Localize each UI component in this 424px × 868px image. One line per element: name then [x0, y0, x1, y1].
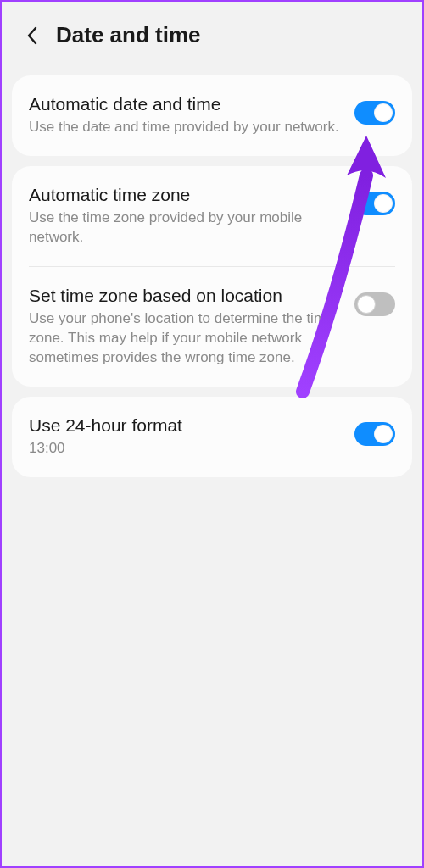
row-auto-timezone[interactable]: Automatic time zone Use the time zone pr… — [12, 166, 412, 266]
auto-timezone-title: Automatic time zone — [29, 185, 341, 205]
toggle-knob — [374, 425, 393, 443]
row-location-timezone[interactable]: Set time zone based on location Use your… — [12, 267, 412, 387]
auto-datetime-subtitle: Use the date and time provided by your n… — [29, 118, 341, 137]
row-text: Use 24-hour format 13:00 — [29, 415, 341, 459]
auto-datetime-title: Automatic date and time — [29, 94, 341, 114]
header: Date and time — [2, 2, 422, 65]
auto-timezone-subtitle: Use the time zone provided by your mobil… — [29, 209, 341, 248]
row-auto-datetime[interactable]: Automatic date and time Use the date and… — [12, 75, 412, 156]
24h-format-toggle[interactable] — [354, 422, 395, 446]
auto-timezone-toggle[interactable] — [354, 192, 395, 215]
card-format: Use 24-hour format 13:00 — [12, 397, 412, 477]
location-timezone-title: Set time zone based on location — [29, 286, 341, 306]
toggle-knob — [357, 295, 376, 314]
row-text: Automatic date and time Use the date and… — [29, 94, 341, 137]
back-icon[interactable] — [25, 25, 39, 46]
toggle-knob — [374, 194, 393, 213]
card-auto-datetime: Automatic date and time Use the date and… — [12, 75, 412, 156]
row-24h-format[interactable]: Use 24-hour format 13:00 — [12, 397, 412, 477]
page-title: Date and time — [56, 22, 201, 48]
location-timezone-toggle[interactable] — [354, 292, 395, 316]
row-text: Automatic time zone Use the time zone pr… — [29, 185, 341, 248]
toggle-knob — [374, 103, 393, 122]
24h-format-subtitle: 13:00 — [29, 439, 341, 459]
24h-format-title: Use 24-hour format — [29, 415, 341, 436]
location-timezone-subtitle: Use your phone's location to determine t… — [29, 309, 341, 368]
row-text: Set time zone based on location Use your… — [29, 286, 341, 368]
card-timezone: Automatic time zone Use the time zone pr… — [12, 166, 412, 387]
auto-datetime-toggle[interactable] — [354, 101, 395, 125]
